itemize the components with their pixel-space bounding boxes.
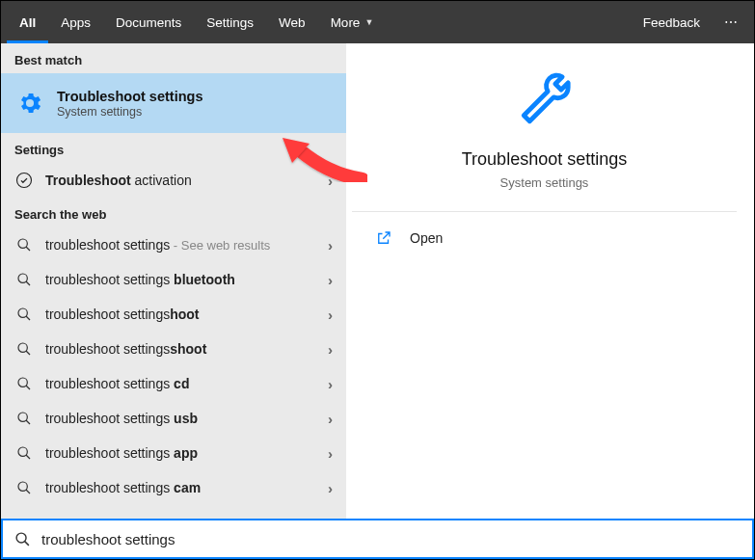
- best-match-subtitle: System settings: [57, 105, 202, 119]
- more-options-button[interactable]: ⋯: [714, 14, 748, 30]
- svg-line-2: [26, 247, 30, 251]
- svg-point-15: [18, 482, 27, 491]
- open-label: Open: [410, 230, 443, 246]
- result-best-match[interactable]: Troubleshoot settings System settings: [1, 73, 346, 133]
- result-web-6[interactable]: troubleshoot settings app›: [1, 436, 346, 470]
- checkmark-circle-icon: [14, 172, 34, 189]
- tab-web[interactable]: Web: [266, 1, 318, 43]
- feedback-link[interactable]: Feedback: [630, 15, 714, 30]
- svg-point-5: [18, 308, 27, 317]
- result-web-4[interactable]: troubleshoot settings cd›: [1, 366, 346, 401]
- search-input[interactable]: [41, 531, 742, 547]
- filter-tabs: All Apps Documents Settings Web More▼ Fe…: [1, 1, 754, 43]
- chevron-right-icon: ›: [328, 173, 333, 189]
- preview-title: Troubleshoot settings: [371, 149, 717, 170]
- search-icon: [14, 272, 34, 287]
- open-icon: [375, 229, 396, 247]
- result-web-7[interactable]: troubleshoot settings cam›: [1, 470, 346, 505]
- best-match-title: Troubleshoot settings: [57, 89, 202, 104]
- wrench-icon: [371, 72, 717, 132]
- tab-more[interactable]: More▼: [318, 1, 387, 43]
- svg-line-10: [26, 386, 30, 389]
- chevron-right-icon: ›: [328, 480, 333, 496]
- search-icon: [14, 480, 34, 495]
- chevron-down-icon: ▼: [364, 17, 373, 27]
- search-icon: [13, 531, 32, 547]
- svg-line-14: [26, 455, 30, 459]
- search-icon: [14, 445, 34, 461]
- svg-line-12: [26, 420, 30, 424]
- svg-line-6: [26, 316, 30, 320]
- chevron-right-icon: ›: [328, 411, 333, 427]
- result-web-2[interactable]: troubleshoot settingshoot›: [1, 297, 346, 332]
- svg-point-7: [18, 343, 27, 352]
- svg-point-17: [16, 533, 26, 543]
- settings-gear-icon: [14, 88, 45, 119]
- result-web-5[interactable]: troubleshoot settings usb›: [1, 401, 346, 436]
- svg-point-0: [17, 173, 32, 188]
- chevron-right-icon: ›: [328, 272, 333, 288]
- result-setting-activation[interactable]: Troubleshoot activation ›: [1, 163, 346, 198]
- svg-line-18: [24, 541, 28, 545]
- section-web: Search the web: [1, 198, 346, 227]
- chevron-right-icon: ›: [328, 341, 333, 358]
- preview-pane: Troubleshoot settings System settings Op…: [346, 43, 754, 519]
- svg-line-4: [26, 281, 30, 285]
- tab-settings[interactable]: Settings: [194, 1, 266, 43]
- result-web-1[interactable]: troubleshoot settings bluetooth›: [1, 262, 346, 297]
- svg-point-3: [18, 274, 27, 282]
- result-web-3[interactable]: troubleshoot settingsshoot›: [1, 332, 346, 366]
- svg-point-9: [18, 378, 27, 387]
- section-settings: Settings: [1, 133, 346, 163]
- search-icon: [14, 341, 34, 357]
- search-bar[interactable]: [1, 519, 754, 559]
- chevron-right-icon: ›: [328, 237, 333, 253]
- search-icon: [14, 237, 34, 253]
- search-icon: [14, 307, 34, 322]
- svg-point-13: [18, 447, 27, 456]
- open-action[interactable]: Open: [346, 212, 754, 264]
- tab-apps[interactable]: Apps: [48, 1, 103, 43]
- chevron-right-icon: ›: [328, 307, 333, 323]
- svg-line-16: [26, 490, 30, 493]
- result-web-0[interactable]: troubleshoot settings - See web results›: [1, 227, 346, 262]
- tab-all[interactable]: All: [7, 1, 48, 43]
- preview-subtitle: System settings: [371, 175, 717, 190]
- chevron-right-icon: ›: [328, 376, 333, 392]
- svg-point-1: [18, 239, 27, 248]
- section-best-match: Best match: [1, 43, 346, 73]
- search-icon: [14, 376, 34, 391]
- search-icon: [14, 411, 34, 426]
- svg-point-11: [18, 413, 27, 421]
- results-pane: Best match Troubleshoot settings System …: [1, 43, 346, 519]
- svg-line-8: [26, 351, 30, 355]
- chevron-right-icon: ›: [328, 445, 333, 462]
- tab-documents[interactable]: Documents: [103, 1, 194, 43]
